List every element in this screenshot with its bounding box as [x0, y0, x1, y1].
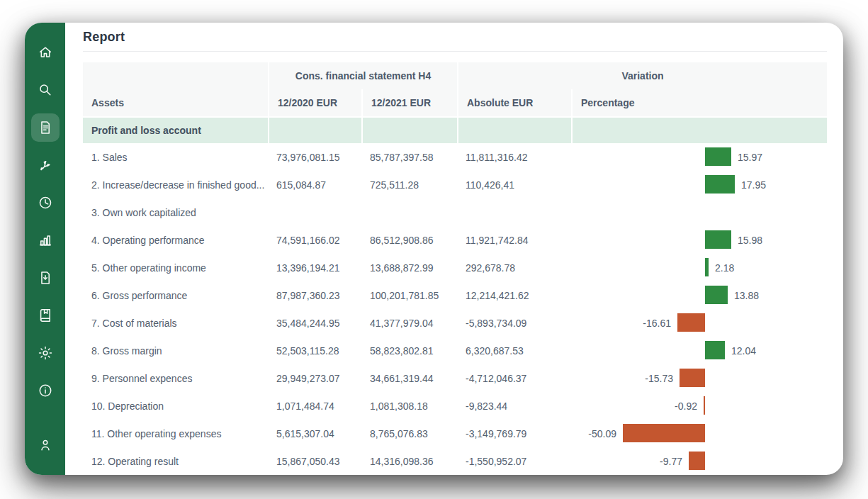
cell-2020: 74,591,166.02	[268, 226, 361, 254]
cell-2021	[361, 198, 457, 226]
row-label: 12. Operating result	[83, 447, 268, 475]
percentage-value: 15.97	[738, 143, 762, 171]
cell-2021: 34,661,319.44	[361, 364, 457, 392]
row-label: 8. Gross margin	[83, 337, 268, 364]
bar-chart-icon	[38, 232, 53, 248]
cell-percentage: 15.97	[571, 143, 827, 171]
sidebar-item-history[interactable]	[31, 189, 60, 217]
column-header-absolute-eur[interactable]: Absolute EUR	[457, 89, 571, 116]
negative-variation-bar	[677, 313, 705, 332]
sidebar-item-route[interactable]	[31, 151, 60, 179]
percentage-value: -9.77	[571, 447, 682, 475]
cell-percentage: -16.61	[571, 309, 827, 337]
cell-2020: 15,867,050.43	[268, 447, 361, 475]
sidebar-item-export[interactable]	[31, 264, 60, 292]
positive-variation-bar	[705, 258, 709, 276]
section-row-cell	[268, 118, 361, 143]
negative-variation-bar	[689, 452, 705, 470]
row-label: 10. Depreciation	[83, 392, 268, 420]
sidebar-item-search[interactable]	[31, 76, 60, 104]
cell-percentage: 2.18	[571, 254, 827, 281]
cell-absolute	[457, 198, 571, 226]
cell-percentage: -0.92	[571, 392, 827, 420]
section-row-cell	[361, 118, 457, 143]
cell-2021: 14,316,098.36	[361, 447, 457, 475]
cell-percentage: 13.88	[571, 281, 827, 309]
sidebar-item-analytics[interactable]	[31, 226, 60, 254]
person-icon	[38, 437, 53, 453]
sidebar-item-profile[interactable]	[31, 431, 60, 459]
cell-percentage: -9.77	[571, 447, 827, 475]
cell-absolute: 292,678.78	[457, 254, 571, 281]
percentage-value: 13.88	[734, 281, 759, 309]
cell-absolute: -1,550,952.07	[457, 447, 571, 475]
negative-variation-bar	[704, 396, 705, 415]
cell-absolute: -4,712,046.37	[457, 364, 571, 392]
cell-2020: 52,503,115.28	[268, 337, 361, 364]
percentage-value: 17.95	[741, 171, 766, 198]
cell-percentage	[571, 198, 827, 226]
cell-percentage: 12.04	[571, 337, 827, 364]
info-icon	[38, 383, 53, 398]
cell-2021: 85,787,397.58	[361, 143, 457, 171]
cell-2020: 1,071,484.74	[268, 392, 361, 420]
row-label: 11. Other operating expenses	[83, 420, 268, 447]
positive-variation-bar	[705, 230, 731, 249]
cell-2020: 73,976,081.15	[268, 143, 361, 171]
sidebar-item-settings[interactable]	[31, 339, 60, 367]
cell-percentage: -50.09	[571, 420, 827, 447]
row-label: 7. Cost of materials	[83, 309, 268, 337]
positive-variation-bar	[705, 341, 725, 359]
cell-absolute: -3,149,769.79	[457, 420, 571, 447]
report-table: Cons. financial statement H4VariationAss…	[83, 62, 827, 475]
row-label: 3. Own work capitalized	[83, 198, 268, 226]
row-label: 2. Increase/decrease in finished good...	[83, 171, 268, 198]
route-arrows-icon	[38, 157, 53, 173]
cell-2020: 29,949,273.07	[268, 364, 361, 392]
cell-2021: 41,377,979.04	[361, 309, 457, 337]
sidebar-item-info[interactable]	[31, 376, 60, 405]
sidebar-item-home[interactable]	[31, 38, 60, 67]
column-header-12-2021-eur[interactable]: 12/2021 EUR	[361, 89, 457, 116]
row-label: 9. Personnel expences	[83, 364, 268, 392]
percentage-value: 12.04	[731, 337, 756, 364]
percentage-value: -0.92	[571, 392, 697, 420]
group-header-cons-financial: Cons. financial statement H4	[268, 62, 457, 89]
percentage-value: -16.61	[571, 309, 671, 337]
main-content: Report Cons. financial statement H4Varia…	[65, 23, 843, 475]
page-title: Report	[83, 30, 125, 45]
cell-absolute: 6,320,687.53	[457, 337, 571, 364]
file-download-icon	[38, 270, 53, 286]
column-header-12-2020-eur[interactable]: 12/2020 EUR	[268, 89, 361, 116]
gear-icon	[38, 345, 53, 361]
positive-variation-bar	[705, 286, 728, 304]
row-label: 4. Operating performance	[83, 226, 268, 254]
percentage-value: -50.09	[571, 420, 616, 447]
section-row-cell	[457, 118, 571, 143]
cell-2021: 86,512,908.86	[361, 226, 457, 254]
cell-2021: 1,081,308.18	[361, 392, 457, 420]
cell-percentage: 17.95	[571, 171, 827, 198]
cell-absolute: 110,426,41	[457, 171, 571, 198]
cell-2020: 35,484,244.95	[268, 309, 361, 337]
cell-absolute: 11,921,742.84	[457, 226, 571, 254]
sidebar-item-report[interactable]	[31, 113, 60, 142]
cell-2020: 87,987,360.23	[268, 281, 361, 309]
cell-absolute: 11,811,316.42	[457, 143, 571, 171]
row-label: 5. Other operating income	[83, 254, 268, 281]
page-header: Report	[83, 23, 827, 52]
cell-2021: 13,688,872.99	[361, 254, 457, 281]
sidebar-item-library[interactable]	[31, 301, 60, 330]
book-icon	[38, 308, 53, 323]
row-label: 6. Gross performance	[83, 281, 268, 309]
percentage-value: 2.18	[715, 254, 734, 281]
column-header-assets[interactable]: Assets	[83, 89, 268, 116]
cell-percentage: 15.98	[571, 226, 827, 254]
cell-absolute: -5,893,734.09	[457, 309, 571, 337]
document-icon	[38, 120, 53, 135]
column-header-percentage[interactable]: Percentage	[571, 89, 827, 116]
negative-variation-bar	[623, 424, 705, 442]
percentage-value: -15.73	[571, 364, 673, 392]
cell-2021: 725,511.28	[361, 171, 457, 198]
positive-variation-bar	[705, 175, 735, 194]
